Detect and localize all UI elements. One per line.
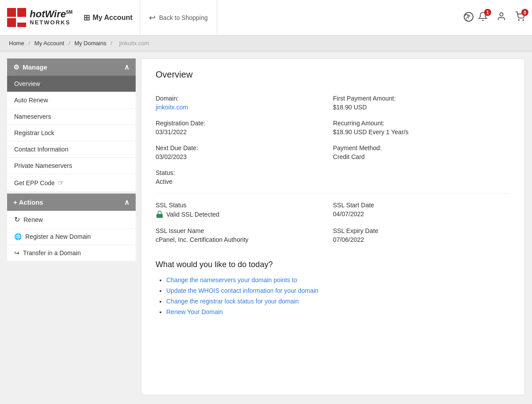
sidebar-item-auto-renew[interactable]: Auto Renew: [7, 92, 136, 109]
list-item: Change the registrar lock status for you…: [166, 298, 510, 305]
manage-collapse-icon: [124, 63, 129, 71]
logo-sq-bl: [7, 18, 16, 27]
sidebar-action-transfer-in-domain[interactable]: Transfer in a Domain: [7, 245, 136, 261]
sidebar-action-renew[interactable]: Renew: [7, 211, 136, 229]
status-value: Active: [156, 178, 510, 185]
logo-sq-tr: [17, 8, 26, 17]
my-account-nav[interactable]: ⊞ My Account: [76, 0, 140, 35]
next-due-date-value: 03/02/2023: [156, 153, 333, 160]
ssl-start-date-label: SSL Start Date: [333, 202, 510, 209]
ssl-expiry-label: SSL Expiry Date: [333, 227, 510, 234]
notification-icon[interactable]: 1: [478, 12, 488, 23]
main-layout: Manage Overview Auto Renew Nameservers R…: [0, 51, 532, 402]
first-payment-value: $18.90 USD: [333, 104, 510, 111]
domain-value[interactable]: jinkoitx.com: [156, 104, 188, 111]
list-item: Update the WHOIS contact information for…: [166, 287, 510, 294]
help-icon[interactable]: ? ?: [464, 12, 469, 23]
svg-text:?: ?: [467, 13, 470, 20]
ssl-start-date-value: 04/07/2022: [333, 210, 510, 218]
first-payment-cell: First Payment Amount: $18.90 USD: [333, 90, 510, 115]
globe-icon: [14, 233, 22, 240]
ssl-issuer-cell: SSL Issuer Name cPanel, Inc. Certificati…: [156, 223, 333, 248]
sidebar-item-private-nameservers[interactable]: Private Nameservers: [7, 158, 136, 174]
svg-point-2: [500, 13, 503, 16]
next-due-date-cell: Next Due Date: 03/02/2023: [156, 140, 333, 165]
sidebar-action-register-new-domain[interactable]: Register a New Domain: [7, 229, 136, 245]
cart-badge: 0: [521, 9, 528, 16]
status-label: Status:: [156, 169, 510, 176]
overview-content: Overview Domain: jinkoitx.com First Paym…: [141, 58, 525, 395]
todo-link-whois[interactable]: Update the WHOIS contact information for…: [166, 287, 318, 294]
ssl-info-grid: SSL Status Valid SSL Detected SSL Start …: [156, 197, 510, 248]
status-section: Status: Active: [156, 165, 510, 190]
recurring-amount-cell: Recurring Amount: $18.90 USD Every 1 Yea…: [333, 115, 510, 140]
ssl-status-label: SSL Status: [156, 202, 333, 209]
ssl-expiry-value: 07/06/2022: [333, 236, 510, 243]
notification-badge: 1: [484, 9, 491, 16]
payment-method-value: Credit Card: [333, 153, 510, 160]
registration-date-cell: Registration Date: 03/31/2022: [156, 115, 333, 140]
recurring-amount-label: Recurring Amount:: [333, 120, 510, 127]
list-item: Change the nameservers your domain point…: [166, 276, 510, 284]
svg-point-3: [518, 19, 519, 20]
sidebar-item-get-epp-code[interactable]: Get EPP Code ☞: [7, 174, 136, 192]
todo-link-nameservers[interactable]: Change the nameservers your domain point…: [166, 276, 297, 284]
ssl-expiry-cell: SSL Expiry Date 07/06/2022: [333, 223, 510, 248]
grid-icon: ⊞: [83, 13, 90, 23]
breadcrumb-home[interactable]: Home: [9, 40, 24, 47]
logo-sq-tl: [7, 8, 16, 17]
registration-date-value: 03/31/2022: [156, 128, 333, 136]
manage-section-header[interactable]: Manage: [7, 58, 136, 76]
actions-label: Actions: [19, 198, 43, 206]
todo-list: Change the nameservers your domain point…: [156, 276, 510, 315]
overview-info-grid: Domain: jinkoitx.com First Payment Amoun…: [156, 90, 510, 165]
sidebar: Manage Overview Auto Renew Nameservers R…: [7, 58, 136, 395]
logo-text: hotWireSM NETWORKS: [30, 9, 73, 26]
header: hotWireSM NETWORKS ⊞ My Account ↩ Back t…: [0, 0, 532, 35]
actions-section-header[interactable]: Actions: [7, 194, 136, 211]
next-due-date-label: Next Due Date:: [156, 144, 333, 152]
user-icon[interactable]: [497, 12, 506, 23]
header-right: ? ? 1 0: [464, 12, 525, 23]
transfer-icon: [14, 249, 20, 256]
ssl-lock-icon: [156, 210, 164, 218]
logo-networks: NETWORKS: [30, 19, 73, 26]
help-circle-icon: ?: [463, 12, 474, 22]
todo-link-renew[interactable]: Renew Your Domain: [166, 308, 223, 315]
plus-icon: [13, 198, 17, 206]
breadcrumb-my-domains[interactable]: My Domains: [74, 40, 106, 47]
back-to-shopping-button[interactable]: ↩ Back to Shopping: [140, 0, 217, 35]
cart-icon[interactable]: 0: [515, 12, 525, 23]
renew-icon: [14, 215, 20, 224]
sidebar-item-overview[interactable]: Overview: [7, 76, 136, 92]
recurring-amount-value: $18.90 USD Every 1 Year/s: [333, 128, 510, 136]
registration-date-label: Registration Date:: [156, 120, 333, 127]
svg-point-4: [523, 19, 524, 20]
cursor-icon: ☞: [58, 179, 64, 187]
ssl-status-value: Valid SSL Detected: [156, 210, 333, 218]
ssl-status-cell: SSL Status Valid SSL Detected: [156, 197, 333, 223]
sidebar-item-contact-information[interactable]: Contact Information: [7, 141, 136, 158]
svg-rect-5: [156, 214, 163, 218]
what-todo-section: What would you like to do today? Change …: [156, 260, 510, 315]
breadcrumb: Home / My Account / My Domains / jinkoit…: [0, 35, 532, 51]
todo-link-registrar-lock[interactable]: Change the registrar lock status for you…: [166, 298, 299, 305]
logo-brand: hotWireSM: [30, 9, 73, 19]
list-item: Renew Your Domain: [166, 308, 510, 315]
actions-collapse-icon: [124, 198, 129, 206]
payment-method-label: Payment Method:: [333, 144, 510, 152]
logo-sq-br: [17, 23, 26, 27]
breadcrumb-my-account[interactable]: My Account: [35, 40, 64, 47]
sidebar-item-nameservers[interactable]: Nameservers: [7, 109, 136, 125]
first-payment-label: First Payment Amount:: [333, 95, 510, 102]
sidebar-item-registrar-lock[interactable]: Registrar Lock: [7, 125, 136, 141]
manage-label: Manage: [23, 63, 47, 71]
divider-1: [156, 193, 510, 194]
what-todo-title: What would you like to do today?: [156, 260, 510, 269]
gear-icon: [13, 63, 19, 71]
logo-icon: [7, 8, 26, 27]
breadcrumb-current: jinkoitx.com: [119, 40, 149, 47]
overview-title: Overview: [156, 70, 510, 80]
domain-cell: Domain: jinkoitx.com: [156, 90, 333, 115]
logo[interactable]: hotWireSM NETWORKS: [7, 8, 73, 27]
